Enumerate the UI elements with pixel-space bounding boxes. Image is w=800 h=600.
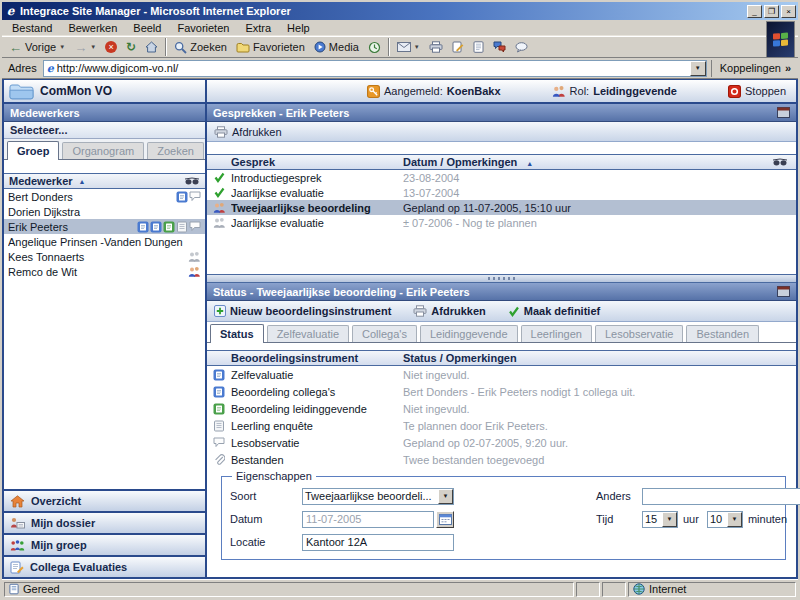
selecteer-dropdown[interactable]: Selecteer... xyxy=(4,122,205,139)
messenger-button[interactable] xyxy=(511,41,532,54)
mail-button[interactable]: ▼ xyxy=(393,41,424,53)
column-gesprek[interactable]: Gesprek xyxy=(207,156,403,168)
printer-icon xyxy=(413,305,427,317)
tab-lesobservatie[interactable]: Lesobservatie xyxy=(595,325,684,342)
tab-collegas[interactable]: Collega's xyxy=(352,325,417,342)
media-button[interactable]: Media xyxy=(310,40,363,54)
datum-field[interactable] xyxy=(302,511,434,528)
minuten-select[interactable]: 10 ▼ xyxy=(707,511,743,528)
restore-button[interactable]: ❐ xyxy=(764,5,779,18)
member-row[interactable]: Kees Tonnaerts xyxy=(4,249,205,264)
menu-bestand[interactable]: Bestand xyxy=(4,20,60,36)
print-button[interactable] xyxy=(425,40,447,54)
panel-splitter[interactable] xyxy=(207,274,796,283)
close-button[interactable]: × xyxy=(781,5,796,18)
soort-select[interactable]: Tweejaarlijkse beoordeli... ▼ xyxy=(302,488,454,505)
app-title-cell: ComMon VO xyxy=(4,80,207,102)
back-button[interactable]: ← Vorige ▼ xyxy=(5,40,69,55)
nav-label: Mijn dossier xyxy=(31,517,95,529)
refresh-button[interactable]: ↻ xyxy=(122,39,140,55)
page-button[interactable] xyxy=(469,40,488,54)
afdrukken-label: Afdrukken xyxy=(232,126,282,138)
instrument-row[interactable]: Bestanden Twee bestanden toegevoegd xyxy=(207,451,796,468)
fieldset-legend: Eigenschappen xyxy=(232,470,316,482)
locatie-field[interactable] xyxy=(302,534,454,551)
member-row[interactable]: Bert Donders xyxy=(4,189,205,204)
calendar-button[interactable] xyxy=(436,511,454,528)
gesprek-row[interactable]: Introductiegesprek 23-08-2004 xyxy=(207,170,796,185)
address-bar: Adres e ▼ Koppelingen » xyxy=(2,58,798,79)
tab-status[interactable]: Status xyxy=(210,324,264,343)
forward-button[interactable]: → ▼ xyxy=(70,40,100,55)
tab-zoeken[interactable]: Zoeken xyxy=(147,142,204,159)
status-afdrukken-button[interactable]: Afdrukken xyxy=(413,305,485,317)
chevron-down-icon: ▼ xyxy=(662,512,677,527)
column-datum[interactable]: Datum / Opmerkingen ▲ xyxy=(403,156,772,168)
anders-field[interactable] xyxy=(642,488,800,505)
doc-green-icon xyxy=(163,221,175,233)
panel-window-icon[interactable] xyxy=(777,286,790,297)
instrument-row[interactable]: Beoordeling leidinggevende Niet ingevuld… xyxy=(207,400,796,417)
uur-select[interactable]: 15 ▼ xyxy=(642,511,678,528)
nav-mijn-dossier[interactable]: Mijn dossier xyxy=(4,511,205,533)
nav-overzicht[interactable]: Overzicht xyxy=(4,489,205,511)
app-content: Medewerkers Selecteer... Groep Organogra… xyxy=(4,104,796,577)
toolbar-separator xyxy=(165,38,167,56)
chat-icon xyxy=(189,191,201,202)
links-button[interactable]: Koppelingen » xyxy=(711,60,795,77)
instrument-row[interactable]: Beoordeling collega's Bert Donders - Eri… xyxy=(207,383,796,400)
key-icon xyxy=(367,85,380,98)
search-button[interactable]: Zoeken xyxy=(170,40,231,55)
menu-bewerken[interactable]: Bewerken xyxy=(60,20,125,36)
panel-window-icon[interactable] xyxy=(777,107,790,118)
stop-session-button[interactable]: Stoppen xyxy=(728,85,786,98)
window-title: Integrace Site Manager - Microsoft Inter… xyxy=(20,5,745,17)
home-button[interactable] xyxy=(141,40,162,54)
member-row-selected[interactable]: Erik Peeters xyxy=(4,219,205,234)
menu-favorieten[interactable]: Favorieten xyxy=(169,20,237,36)
gesprek-row-selected[interactable]: Tweejaarlijkse beoordeling Gepland op 11… xyxy=(207,200,796,215)
windows-logo-icon xyxy=(773,32,789,47)
nav-mijn-groep[interactable]: Mijn groep xyxy=(4,533,205,555)
stop-button[interactable]: × xyxy=(101,40,121,54)
tab-leidinggevende[interactable]: Leidinggevende xyxy=(420,325,518,342)
column-status[interactable]: Status / Opmerkingen xyxy=(403,352,796,364)
status-tab-bar: Status Zelfevaluatie Collega's Leidingge… xyxy=(207,322,796,343)
address-dropdown-button[interactable]: ▼ xyxy=(690,61,706,76)
instrument-row[interactable]: Zelfevaluatie Niet ingevuld. xyxy=(207,366,796,383)
tab-leerlingen[interactable]: Leerlingen xyxy=(521,325,592,342)
menu-extra[interactable]: Extra xyxy=(237,20,279,36)
splitter-grip-icon xyxy=(488,277,516,280)
address-input[interactable] xyxy=(57,61,690,76)
minimize-button[interactable]: _ xyxy=(747,5,762,18)
menu-bar: Bestand Bewerken Beeld Favorieten Extra … xyxy=(2,20,798,36)
history-button[interactable] xyxy=(364,40,385,55)
gesprek-row[interactable]: Jaarlijkse evaluatie 13-07-2004 xyxy=(207,185,796,200)
tab-bestanden[interactable]: Bestanden xyxy=(686,325,759,342)
instrument-row[interactable]: Leerling enquête Te plannen door Erik Pe… xyxy=(207,417,796,434)
member-row[interactable]: Remco de Wit xyxy=(4,264,205,279)
nieuw-instrument-button[interactable]: Nieuw beoordelingsinstrument xyxy=(214,305,391,317)
tab-zelfevaluatie[interactable]: Zelfevaluatie xyxy=(267,325,349,342)
tab-organogram[interactable]: Organogram xyxy=(62,142,144,159)
tijd-label: Tijd xyxy=(596,513,642,525)
menu-help[interactable]: Help xyxy=(279,20,318,36)
sidebar-gap xyxy=(4,160,205,173)
menu-beeld[interactable]: Beeld xyxy=(125,20,169,36)
member-list-header[interactable]: Medewerker ▲ xyxy=(4,173,205,189)
member-row[interactable]: Angelique Prinsen -Vanden Dungen xyxy=(4,234,205,249)
search-label: Zoeken xyxy=(190,41,227,53)
tab-groep[interactable]: Groep xyxy=(7,141,59,160)
afdrukken-button[interactable]: Afdrukken xyxy=(214,126,282,138)
gesprek-row[interactable]: Jaarlijkse evaluatie ± 07-2006 - Nog te … xyxy=(207,215,796,230)
doc-blue-icon xyxy=(176,191,188,203)
column-instrument[interactable]: Beoordelingsinstrument xyxy=(207,352,403,364)
check-icon xyxy=(214,172,225,183)
instrument-row[interactable]: Lesobservatie Gepland op 02-07-2005, 9:2… xyxy=(207,434,796,451)
edit-button[interactable] xyxy=(448,40,468,54)
discuss-button[interactable] xyxy=(489,40,510,54)
maak-definitief-button[interactable]: Maak definitief xyxy=(508,305,600,317)
nav-collega-evaluaties[interactable]: Collega Evaluaties xyxy=(4,555,205,577)
favorites-button[interactable]: Favorieten xyxy=(232,40,309,54)
member-row[interactable]: Dorien Dijkstra xyxy=(4,204,205,219)
